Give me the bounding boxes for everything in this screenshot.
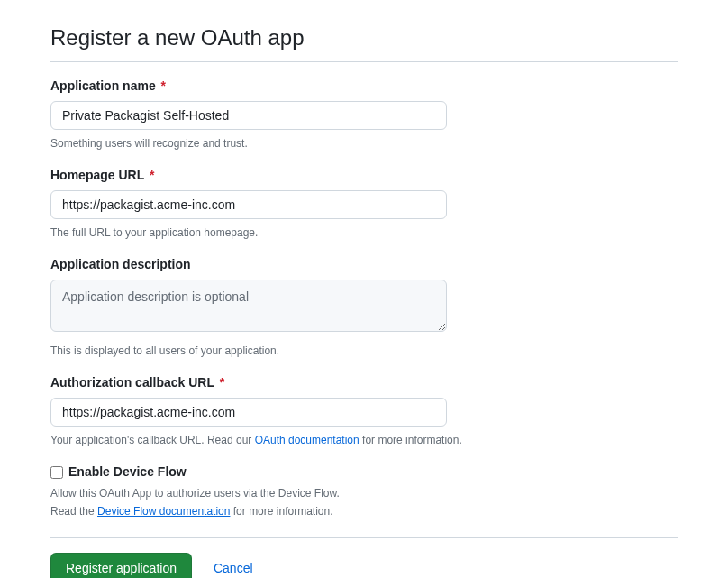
device-flow-label[interactable]: Enable Device Flow — [68, 463, 187, 482]
device-flow-note-1: Allow this OAuth App to authorize users … — [50, 485, 678, 501]
callback-url-input[interactable] — [50, 398, 447, 427]
app-name-note: Something users will recognize and trust… — [50, 135, 678, 151]
form-group-callback-url: Authorization callback URL * Your applic… — [50, 373, 678, 448]
callback-url-label: Authorization callback URL * — [50, 373, 678, 392]
form-group-device-flow: Enable Device Flow Allow this OAuth App … — [50, 463, 678, 519]
app-description-label: Application description — [50, 255, 678, 274]
app-name-label: Application name * — [50, 77, 678, 96]
app-description-note: This is displayed to all users of your a… — [50, 343, 678, 359]
device-flow-note-2: Read the Device Flow documentation for m… — [50, 503, 678, 519]
app-name-input[interactable] — [50, 101, 447, 130]
cancel-button[interactable]: Cancel — [214, 561, 253, 575]
device-flow-documentation-link[interactable]: Device Flow documentation — [97, 505, 230, 518]
homepage-url-note: The full URL to your application homepag… — [50, 225, 678, 241]
callback-url-label-text: Authorization callback URL — [50, 375, 214, 390]
device-flow-note-after: for more information. — [230, 505, 332, 518]
app-description-textarea[interactable] — [50, 280, 447, 332]
oauth-documentation-link[interactable]: OAuth documentation — [255, 434, 359, 446]
device-flow-checkbox-wrapper: Enable Device Flow — [50, 463, 678, 482]
register-application-button[interactable]: Register application — [50, 553, 192, 578]
required-asterisk: * — [220, 375, 224, 390]
required-asterisk: * — [161, 78, 166, 93]
homepage-url-input[interactable] — [50, 190, 447, 219]
form-actions: Register application Cancel — [50, 537, 678, 578]
callback-note-before: Your application's callback URL. Read ou… — [50, 434, 255, 446]
form-group-app-description: Application description This is displaye… — [50, 255, 678, 359]
form-group-app-name: Application name * Something users will … — [50, 77, 678, 151]
homepage-url-label: Homepage URL * — [50, 166, 678, 185]
homepage-url-label-text: Homepage URL — [50, 168, 144, 182]
device-flow-checkbox[interactable] — [50, 466, 63, 479]
device-flow-note-before: Read the — [50, 505, 97, 518]
app-name-label-text: Application name — [50, 78, 156, 93]
callback-url-note: Your application's callback URL. Read ou… — [50, 432, 678, 448]
callback-note-after: for more information. — [359, 434, 462, 446]
form-group-homepage-url: Homepage URL * The full URL to your appl… — [50, 166, 678, 241]
required-asterisk: * — [150, 168, 154, 182]
app-description-label-text: Application description — [50, 257, 191, 271]
page-title: Register a new OAuth app — [50, 22, 678, 62]
